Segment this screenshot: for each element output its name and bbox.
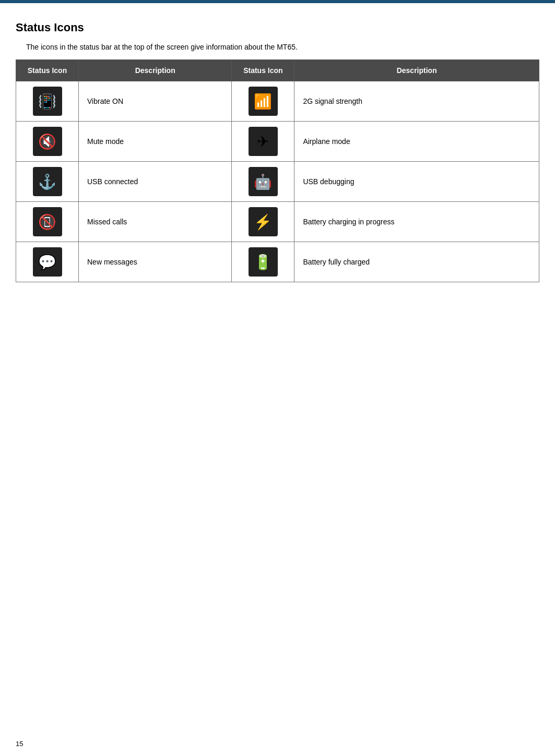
icon-cell-1: 📳 xyxy=(16,81,79,122)
desc-cell-5: USB connected xyxy=(79,162,232,202)
desc-cell-2: 2G signal strength xyxy=(294,81,539,122)
battery-full-icon: 🔋 xyxy=(249,247,278,277)
desc-cell-7: Missed calls xyxy=(79,202,232,242)
col-header-description-1: Description xyxy=(79,60,232,81)
desc-cell-10: Battery fully charged xyxy=(294,242,539,282)
usb-connected-icon: ⚓ xyxy=(33,167,62,196)
desc-cell-8: Battery charging in progress xyxy=(294,202,539,242)
vibrate-on-icon: 📳 xyxy=(33,87,62,116)
signal-strength-icon: 📶 xyxy=(249,87,278,116)
table-row: 📳Vibrate ON📶2G signal strength xyxy=(16,81,539,122)
col-header-description-2: Description xyxy=(294,60,539,81)
airplane-mode-icon: ✈ xyxy=(249,127,278,156)
icon-cell-5: ⚓ xyxy=(16,162,79,202)
status-icons-table: Status Icon Description Status Icon Desc… xyxy=(16,59,539,282)
icon-cell-4: ✈ xyxy=(232,122,294,162)
icon-cell-2: 📶 xyxy=(232,81,294,122)
intro-text: The icons in the status bar at the top o… xyxy=(26,43,539,51)
page-title: Status Icons xyxy=(16,21,539,34)
page-container: Status Icons The icons in the status bar… xyxy=(0,0,555,756)
desc-cell-1: Vibrate ON xyxy=(79,81,232,122)
table-row: 📵Missed calls⚡Battery charging in progre… xyxy=(16,202,539,242)
icon-cell-10: 🔋 xyxy=(232,242,294,282)
missed-calls-icon: 📵 xyxy=(33,207,62,236)
icon-cell-7: 📵 xyxy=(16,202,79,242)
desc-cell-4: Airplane mode xyxy=(294,122,539,162)
col-header-status-icon-1: Status Icon xyxy=(16,60,79,81)
table-row: ⚓USB connected🤖USB debugging xyxy=(16,162,539,202)
page-number: 15 xyxy=(16,740,23,748)
table-header-row: Status Icon Description Status Icon Desc… xyxy=(16,60,539,81)
desc-cell-9: New messages xyxy=(79,242,232,282)
usb-debugging-icon: 🤖 xyxy=(249,167,278,196)
top-border xyxy=(0,0,555,3)
table-row: 💬New messages🔋Battery fully charged xyxy=(16,242,539,282)
desc-cell-6: USB debugging xyxy=(294,162,539,202)
icon-cell-8: ⚡ xyxy=(232,202,294,242)
icon-cell-9: 💬 xyxy=(16,242,79,282)
new-messages-icon: 💬 xyxy=(33,247,62,277)
icon-cell-6: 🤖 xyxy=(232,162,294,202)
table-row: 🔇Mute mode✈Airplane mode xyxy=(16,122,539,162)
mute-icon: 🔇 xyxy=(33,127,62,156)
icon-cell-3: 🔇 xyxy=(16,122,79,162)
col-header-status-icon-2: Status Icon xyxy=(232,60,294,81)
battery-charging-icon: ⚡ xyxy=(249,207,278,236)
desc-cell-3: Mute mode xyxy=(79,122,232,162)
